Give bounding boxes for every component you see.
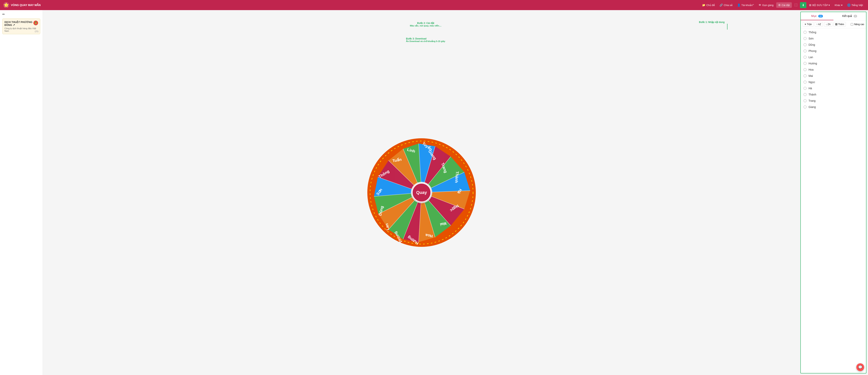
right-panel: Mục 16 Kết quả 0 ✕ Trộn ↑ AZ ↓ ZA 🖼 Thêm <box>800 12 866 373</box>
folder-icon: 📁 <box>702 3 705 7</box>
nav-bo-suu-tap[interactable]: ⊞ BỘ SƯU TẬP ▾ <box>807 2 832 8</box>
nav-chu-de[interactable]: 📁 Chủ đề <box>700 2 717 8</box>
list-item[interactable]: Hoa <box>801 66 866 73</box>
ad-card[interactable]: DỊCH THUẬT PHƯƠNG ĐÔNG ↗ Công ty dịch th… <box>2 19 40 34</box>
radio-btn[interactable] <box>804 37 807 40</box>
radio-btn[interactable] <box>804 56 807 59</box>
svg-point-4 <box>35 22 36 23</box>
advanced-checkbox-area: Nâng cao <box>851 23 864 26</box>
radio-btn[interactable] <box>804 81 807 84</box>
list-item[interactable]: Sơn <box>801 35 866 41</box>
step1-annotation: Bước 1: Nhập nội dung <box>699 21 724 24</box>
radio-btn[interactable] <box>804 87 807 90</box>
btn-them[interactable]: 🖼 Thêm <box>833 22 846 27</box>
header: VÒNG QUAY MAY MẮN 📁 Chủ đề 🔗 Chia sẻ 👤 T… <box>0 0 868 10</box>
radio-btn[interactable] <box>804 93 807 96</box>
step3-annotation: Bước 3: Download Ấn Download và chờ khoả… <box>406 37 445 42</box>
items-list: ThôngSơnDũngPhongLanHươngHoaMaiNgọcHàThà… <box>801 28 866 373</box>
radio-btn[interactable] <box>804 31 807 34</box>
radio-btn[interactable] <box>804 99 807 102</box>
nav-gon-gang[interactable]: 👁 Gọn gàng <box>756 2 775 8</box>
btn-za[interactable]: ↓ ZA <box>824 22 832 27</box>
main-content: ✏ DỊCH THUẬT PHƯƠNG ĐÔNG ↗ Công ty dịch … <box>0 10 868 375</box>
logo-icon <box>3 2 9 8</box>
list-item[interactable]: Lan <box>801 54 866 60</box>
fullscreen-icon: ⛶ <box>795 3 797 7</box>
list-item[interactable]: Mai <box>801 73 866 79</box>
step2-annotation: Bước 2: Cài đặt Màu sắc, nút quay, màu v… <box>410 22 441 27</box>
edit-icon[interactable]: ✏ <box>2 12 40 16</box>
gear-icon: ⚙ <box>778 3 781 7</box>
radio-btn[interactable] <box>804 74 807 78</box>
list-item[interactable]: Giang <box>801 104 866 110</box>
tab-ketqua[interactable]: Kết quả 0 <box>833 12 866 20</box>
radio-btn[interactable] <box>804 62 807 65</box>
wheel-area: Bước 1: Nhập nội dung Bước 2: Cài đặt Mà… <box>43 10 800 375</box>
list-item[interactable]: Ngọc <box>801 79 866 85</box>
list-item[interactable]: Phong <box>801 48 866 54</box>
main-nav: 📁 Chủ đề 🔗 Chia sẻ 👤 Tài khoản∞ 👁 Gọn gà… <box>700 2 865 8</box>
logo[interactable]: VÒNG QUAY MAY MẮN <box>3 2 41 8</box>
radio-btn[interactable] <box>804 68 807 71</box>
list-item[interactable]: Thành <box>801 91 866 98</box>
nangcao-label: Nâng cao <box>854 23 864 26</box>
nav-cai-dat[interactable]: ⚙ Cài đặt <box>776 2 792 8</box>
share-icon: 🔗 <box>719 3 723 7</box>
ad-count: (25) <box>35 30 38 32</box>
image-icon: 🖼 <box>835 23 837 26</box>
btn-az[interactable]: ↑ AZ <box>815 22 823 27</box>
user-icon: 👤 <box>737 3 741 7</box>
muc-badge: 16 <box>818 15 823 18</box>
spin-wheel: Trang Thành Hà Ngọc Mai Hoa Hương Phong <box>367 138 476 247</box>
panel-tabs: Mục 16 Kết quả 0 <box>801 12 866 21</box>
nav-chia-se[interactable]: 🔗 Chia sẻ <box>718 2 735 8</box>
nangcao-checkbox[interactable] <box>851 23 853 26</box>
chat-icon: 💬 <box>858 365 862 369</box>
list-item[interactable]: Trang <box>801 98 866 104</box>
nav-khac[interactable]: Khác ▾ <box>833 2 844 8</box>
ad-subtitle: Công ty dịch thuật hàng đầu Việt Nam <box>4 27 38 32</box>
sidebar: ✏ DỊCH THUẬT PHƯƠNG ĐÔNG ↗ Công ty dịch … <box>0 10 43 375</box>
list-item[interactable]: Thông <box>801 29 866 35</box>
radio-btn[interactable] <box>804 106 807 109</box>
list-item[interactable]: Hương <box>801 60 866 66</box>
shuffle-icon: ✕ <box>804 23 806 26</box>
nav-fullscreen[interactable]: ⛶ <box>793 2 799 8</box>
nav-tai-khoan[interactable]: 👤 Tài khoản∞ <box>735 2 756 8</box>
panel-toolbar: ✕ Trộn ↑ AZ ↓ ZA 🖼 Thêm Nâng cao <box>801 21 866 28</box>
ad-logo <box>33 20 38 26</box>
list-item[interactable]: Hà <box>801 85 866 91</box>
btn-tron[interactable]: ✕ Trộn <box>803 22 813 27</box>
floating-chat-button[interactable]: 💬 <box>856 363 864 371</box>
radio-btn[interactable] <box>804 43 807 46</box>
globe-icon: 🌐 <box>847 3 850 7</box>
radio-btn[interactable] <box>804 49 807 53</box>
download-button[interactable]: ⬇ <box>800 2 806 8</box>
eye-icon: 👁 <box>758 3 761 7</box>
list-item[interactable]: Dũng <box>801 41 866 48</box>
ketqua-badge: 0 <box>854 15 857 18</box>
svg-rect-5 <box>35 24 36 24</box>
spin-button[interactable]: Quay <box>412 183 431 202</box>
tab-muc[interactable]: Mục 16 <box>801 12 833 20</box>
collection-icon: ⊞ <box>809 3 811 7</box>
nav-tieng-viet[interactable]: 🌐 Tiếng Việt <box>845 2 865 8</box>
